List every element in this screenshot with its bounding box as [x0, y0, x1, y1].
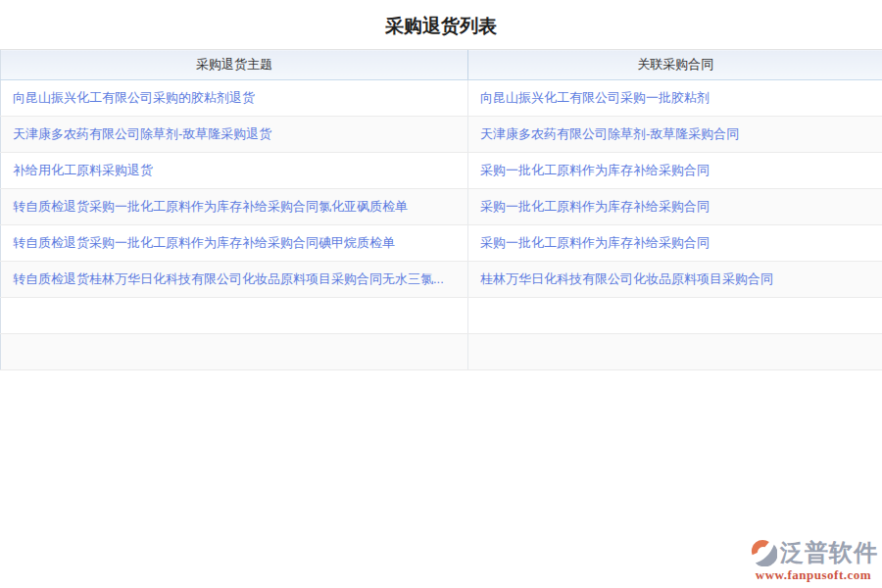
cell-return-subject: 向昆山振兴化工有限公司采购的胶粘剂退货: [1, 80, 468, 117]
cell-return-subject: [1, 334, 468, 370]
related-contract-link[interactable]: 采购一批化工原料作为库存补给采购合同: [480, 199, 710, 214]
cell-related-contract: [468, 334, 882, 370]
table-row: 天津康多农药有限公司除草剂-敌草隆采购退货天津康多农药有限公司除草剂-敌草隆采购…: [1, 117, 882, 153]
related-contract-link[interactable]: 天津康多农药有限公司除草剂-敌草隆采购合同: [480, 126, 739, 141]
column-header-return-subject: 采购退货主题: [1, 50, 468, 80]
table-row: [1, 334, 882, 370]
table-row: 补给用化工原料采购退货采购一批化工原料作为库存补给采购合同: [1, 153, 882, 189]
cell-return-subject: 转自质检退货采购一批化工原料作为库存补给采购合同碘甲烷质检单: [1, 225, 468, 262]
table-header-row: 采购退货主题 关联采购合同: [1, 50, 882, 80]
cell-related-contract: 采购一批化工原料作为库存补给采购合同: [468, 189, 882, 225]
column-header-related-contract: 关联采购合同: [468, 50, 882, 80]
cell-return-subject: 天津康多农药有限公司除草剂-敌草隆采购退货: [1, 117, 468, 153]
cell-return-subject: 转自质检退货桂林万华日化科技有限公司化妆品原料项目采购合同无水三氯...: [1, 262, 468, 298]
return-subject-link[interactable]: 天津康多农药有限公司除草剂-敌草隆采购退货: [13, 126, 271, 141]
page-title: 采购退货列表: [0, 0, 882, 49]
cell-return-subject: 补给用化工原料采购退货: [1, 153, 468, 189]
table-row: 向昆山振兴化工有限公司采购的胶粘剂退货向昆山振兴化工有限公司采购一批胶粘剂: [1, 80, 882, 117]
cell-related-contract: [468, 298, 882, 334]
related-contract-link[interactable]: 桂林万华日化科技有限公司化妆品原料项目采购合同: [480, 271, 773, 286]
return-subject-link[interactable]: 向昆山振兴化工有限公司采购的胶粘剂退货: [13, 90, 255, 105]
related-contract-link[interactable]: 采购一批化工原料作为库存补给采购合同: [480, 235, 710, 250]
cell-related-contract: 采购一批化工原料作为库存补给采购合同: [468, 153, 882, 189]
cell-return-subject: 转自质检退货采购一批化工原料作为库存补给采购合同氯化亚砜质检单: [1, 189, 468, 225]
return-subject-link[interactable]: 转自质检退货采购一批化工原料作为库存补给采购合同氯化亚砜质检单: [13, 199, 408, 214]
return-subject-link[interactable]: 转自质检退货采购一批化工原料作为库存补给采购合同碘甲烷质检单: [13, 235, 395, 250]
fanpu-logo-icon: [749, 538, 777, 566]
related-contract-link[interactable]: 采购一批化工原料作为库存补给采购合同: [480, 163, 710, 177]
table-row: 转自质检退货采购一批化工原料作为库存补给采购合同氯化亚砜质检单采购一批化工原料作…: [1, 189, 882, 225]
return-subject-link[interactable]: 补给用化工原料采购退货: [13, 163, 153, 177]
purchase-return-table: 采购退货主题 关联采购合同 向昆山振兴化工有限公司采购的胶粘剂退货向昆山振兴化工…: [0, 49, 882, 370]
cell-related-contract: 天津康多农药有限公司除草剂-敌草隆采购合同: [468, 117, 882, 153]
table-row: [1, 298, 882, 334]
related-contract-link[interactable]: 向昆山振兴化工有限公司采购一批胶粘剂: [480, 90, 710, 105]
cell-related-contract: 向昆山振兴化工有限公司采购一批胶粘剂: [468, 80, 882, 117]
cell-related-contract: 采购一批化工原料作为库存补给采购合同: [468, 225, 882, 262]
cell-related-contract: 桂林万华日化科技有限公司化妆品原料项目采购合同: [468, 262, 882, 298]
cell-return-subject: [1, 298, 468, 334]
watermark-url: www.fanpusoft.com: [749, 568, 878, 581]
return-subject-link[interactable]: 转自质检退货桂林万华日化科技有限公司化妆品原料项目采购合同无水三氯...: [13, 271, 444, 286]
watermark: 泛普软件 www.fanpusoft.com: [749, 538, 878, 581]
table-row: 转自质检退货桂林万华日化科技有限公司化妆品原料项目采购合同无水三氯...桂林万华…: [1, 262, 882, 298]
table-row: 转自质检退货采购一批化工原料作为库存补给采购合同碘甲烷质检单采购一批化工原料作为…: [1, 225, 882, 262]
watermark-brand-text: 泛普软件: [780, 541, 878, 564]
